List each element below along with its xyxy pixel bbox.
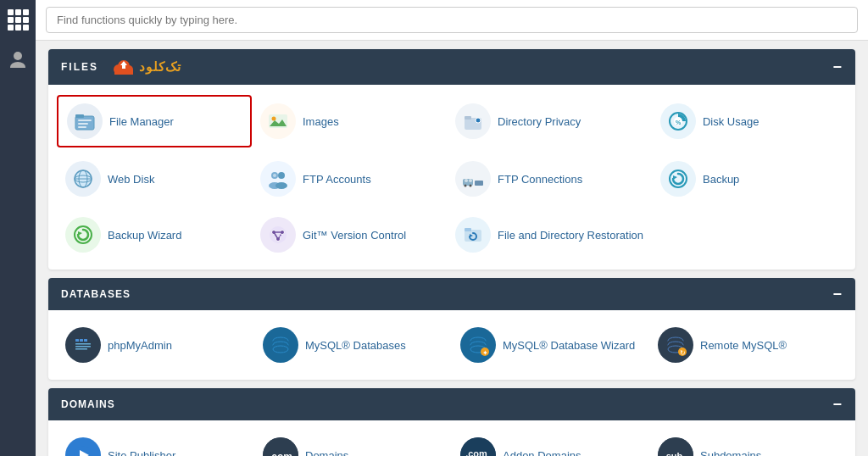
sidebar xyxy=(0,0,36,456)
phpmyadmin-item[interactable]: phpMyAdmin xyxy=(57,320,254,370)
search-input[interactable] xyxy=(46,7,858,33)
diskusage-svg: % xyxy=(666,109,690,133)
svg-rect-53 xyxy=(84,339,87,342)
domains-item[interactable]: .com Domains xyxy=(254,431,452,456)
domains-section-header: DOMAINS − xyxy=(48,388,855,420)
images-svg xyxy=(266,109,290,133)
phpmyadmin-svg xyxy=(71,333,95,357)
file-directory-restoration-label: File and Directory Restoration xyxy=(498,229,643,242)
file-directory-restoration-item[interactable]: File and Directory Restoration xyxy=(447,210,652,259)
domains-items-grid: Site Publisher .com Domains xyxy=(48,420,855,456)
ftpaccounts-svg xyxy=(266,167,290,191)
file-manager-svg xyxy=(73,109,97,133)
files-label: FILES xyxy=(61,61,98,73)
svg-rect-31 xyxy=(475,181,483,186)
disk-usage-item[interactable]: % Disk Usage xyxy=(652,95,847,147)
ftp-connections-item[interactable]: FTP Connections xyxy=(447,154,652,203)
databases-items-grid: phpMyAdmin MySQL® Databases xyxy=(48,310,855,380)
mysql-wizard-item[interactable]: ✦ MySQL® Database Wizard xyxy=(452,320,649,370)
git-version-control-item[interactable]: Git™ Version Control xyxy=(252,210,447,259)
domains-icon: .com xyxy=(263,437,298,456)
files-section-header: FILES تک‌کلود xyxy=(48,49,855,85)
databases-section: DATABASES − xyxy=(48,278,855,380)
grid-menu-icon[interactable] xyxy=(7,8,29,31)
svg-point-17 xyxy=(476,118,481,123)
subdomains-label: Subdomains xyxy=(700,449,761,457)
ftp-accounts-item[interactable]: FTP Accounts xyxy=(252,154,447,203)
files-collapse-button[interactable]: − xyxy=(832,59,843,75)
phpmyadmin-icon xyxy=(65,327,101,363)
mysql-databases-icon xyxy=(263,327,298,363)
search-bar xyxy=(36,0,868,41)
svg-point-29 xyxy=(275,182,287,189)
images-item[interactable]: Images xyxy=(252,95,447,147)
svg-point-35 xyxy=(470,185,472,187)
svg-rect-51 xyxy=(75,339,79,342)
svg-rect-5 xyxy=(114,70,133,75)
subdomains-icon: sub. xyxy=(658,437,693,456)
web-disk-item[interactable]: Web Disk xyxy=(57,154,252,203)
svg-rect-52 xyxy=(80,339,83,342)
directory-privacy-icon xyxy=(455,103,491,139)
git-icon xyxy=(260,217,296,253)
web-disk-label: Web Disk xyxy=(108,173,154,186)
files-section: FILES تک‌کلود xyxy=(48,49,855,270)
mysql-wizard-label: MySQL® Database Wizard xyxy=(503,339,635,352)
remote-mysql-item[interactable]: ↻ Remote MySQL® xyxy=(649,320,847,370)
svg-point-27 xyxy=(273,174,276,177)
sitepublisher-svg xyxy=(71,443,95,456)
svg-rect-56 xyxy=(75,348,87,350)
phpmyadmin-label: phpMyAdmin xyxy=(108,339,172,352)
subdomains-svg: sub. xyxy=(658,437,693,456)
remotemysql-svg: ↻ xyxy=(664,333,687,357)
domains-collapse-button[interactable]: − xyxy=(832,397,843,412)
svg-text:.com: .com xyxy=(465,448,487,456)
remote-mysql-label: Remote MySQL® xyxy=(700,339,787,352)
domains-item-label: Domains xyxy=(305,449,348,457)
svg-rect-16 xyxy=(465,116,471,120)
domains-label: DOMAINS xyxy=(61,398,115,410)
svg-rect-48 xyxy=(465,228,471,231)
svg-text:%: % xyxy=(676,120,682,125)
git-version-control-label: Git™ Version Control xyxy=(303,229,406,242)
user-avatar-icon[interactable] xyxy=(7,47,29,70)
file-manager-label: File Manager xyxy=(109,115,174,128)
domains-section: DOMAINS − Site Publisher xyxy=(48,388,855,456)
backup-item[interactable]: Backup xyxy=(652,154,847,203)
mysqlwizard-svg: ✦ xyxy=(466,333,490,357)
mysql-wizard-icon: ✦ xyxy=(460,327,496,363)
ftp-accounts-icon xyxy=(260,161,296,197)
git-svg xyxy=(266,223,290,247)
site-publisher-item[interactable]: Site Publisher xyxy=(57,431,254,456)
file-manager-item[interactable]: File Manager xyxy=(57,95,252,147)
svg-rect-54 xyxy=(75,343,91,345)
svg-rect-9 xyxy=(78,120,92,121)
backup-wizard-icon xyxy=(65,217,101,253)
content-area: FILES تک‌کلود xyxy=(36,41,868,456)
ftpconn-svg xyxy=(461,167,485,191)
svg-point-34 xyxy=(465,185,467,187)
domains-svg: .com xyxy=(263,437,298,456)
addon-domains-item[interactable]: .com + Addon Domains xyxy=(452,431,649,456)
disk-usage-label: Disk Usage xyxy=(703,115,759,128)
directory-privacy-item[interactable]: Directory Privacy xyxy=(447,95,652,147)
addon-domains-label: Addon Domains xyxy=(503,449,581,457)
file-manager-icon xyxy=(67,103,103,139)
mysql-databases-item[interactable]: MySQL® Databases xyxy=(254,320,452,370)
svg-text:.com: .com xyxy=(269,451,292,456)
svg-rect-11 xyxy=(78,126,86,128)
webdisk-svg xyxy=(71,167,95,191)
databases-collapse-button[interactable]: − xyxy=(832,286,843,302)
dirprivacy-svg xyxy=(461,109,485,133)
file-directory-restoration-icon xyxy=(455,217,491,253)
subdomains-item[interactable]: sub. Subdomains xyxy=(649,431,847,456)
backup-wizard-item[interactable]: Backup Wizard xyxy=(57,210,252,259)
svg-point-32 xyxy=(465,179,468,182)
addon-domains-icon: .com + xyxy=(460,437,496,456)
images-label: Images xyxy=(303,115,339,128)
backup-svg xyxy=(666,167,690,191)
files-header-logo-area: FILES تک‌کلود xyxy=(61,58,181,76)
directory-privacy-label: Directory Privacy xyxy=(498,115,581,128)
svg-text:✦: ✦ xyxy=(482,349,488,357)
mysql-databases-label: MySQL® Databases xyxy=(305,339,406,352)
